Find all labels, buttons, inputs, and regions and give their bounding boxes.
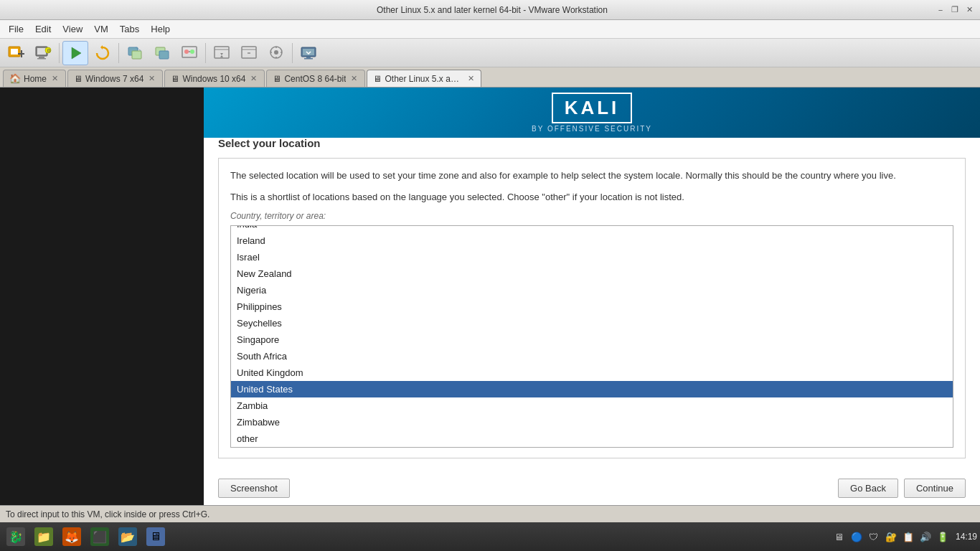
toolbar-shrink-button[interactable] <box>236 41 262 65</box>
toolbar-settings-button[interactable]: ⚙ <box>30 41 56 65</box>
tab-label-home: Home <box>24 74 47 84</box>
menu-item-edit[interactable]: Edit <box>29 22 57 37</box>
svg-rect-1 <box>11 49 18 55</box>
taskbar-app-start[interactable]: 🐉 <box>3 524 29 549</box>
installer-content: Select your location The selected locati… <box>204 138 980 470</box>
menu-item-view[interactable]: View <box>57 22 88 37</box>
tab-home[interactable]: 🏠Home✕ <box>3 70 66 87</box>
svg-marker-10 <box>72 47 81 59</box>
tab-label-win7: Windows 7 x64 <box>85 74 143 84</box>
country-list[interactable]: IndiaIrelandIsraelNew ZealandNigeriaPhil… <box>231 226 953 447</box>
country-item-philippines[interactable]: Philippines <box>231 298 953 315</box>
tab-win7[interactable]: 🖥Windows 7 x64✕ <box>67 70 163 87</box>
toolbar-fullscreen-button[interactable] <box>209 41 235 65</box>
taskbar-right: 🖥🔵🛡🔐📋🔊🔋14:19 <box>832 529 977 544</box>
country-item-united-states[interactable]: United States <box>231 381 953 397</box>
vm-tab-icon: 🖥 <box>74 74 83 84</box>
country-item-new-zealand[interactable]: New Zealand <box>231 265 953 282</box>
svg-rect-25 <box>242 47 256 58</box>
go-back-button[interactable]: Go Back <box>838 479 898 498</box>
country-item-ireland[interactable]: Ireland <box>231 232 953 249</box>
tab-kali[interactable]: 🖥Other Linux 5.x and later kerne...✕ <box>367 70 481 87</box>
tab-label-centos: CentOS 8 64-bit <box>284 74 346 84</box>
tab-close-win7[interactable]: ✕ <box>146 74 156 84</box>
taskbar-app-terminal[interactable]: ⬛ <box>87 524 113 549</box>
vmware-icon: 🖥 <box>146 527 165 546</box>
country-item-other[interactable]: other <box>231 430 953 447</box>
country-item-united-kingdom[interactable]: United Kingdom <box>231 364 953 381</box>
country-item-israel[interactable]: Israel <box>231 249 953 265</box>
svg-text:⚙: ⚙ <box>47 48 51 53</box>
systray-icon-1[interactable]: 🔵 <box>849 529 864 544</box>
tab-centos[interactable]: 🖥CentOS 8 64-bit✕ <box>266 70 365 87</box>
kali-logo-text: KALI <box>552 93 633 123</box>
vm-tab-icon: 🖥 <box>171 74 179 84</box>
country-item-nigeria[interactable]: Nigeria <box>231 282 953 298</box>
toolbar-snap3-button[interactable] <box>176 41 202 65</box>
toolbar-power-on-button[interactable] <box>62 41 88 65</box>
country-item-india[interactable]: India <box>231 226 953 232</box>
toolbar-separator-4 <box>292 43 293 63</box>
toolbar-separator-2 <box>118 43 119 63</box>
systray-icon-5[interactable]: 🔊 <box>918 529 933 544</box>
minimize-button[interactable]: − <box>936 5 946 15</box>
menu-item-tabs[interactable]: Tabs <box>114 22 145 37</box>
installer-box: The selected location will be used to se… <box>218 158 966 458</box>
vm-tab-icon: 🖥 <box>273 74 281 84</box>
installer-desc2: This is a shortlist of locations based o… <box>230 190 953 204</box>
systray-icon-3[interactable]: 🔐 <box>884 529 898 544</box>
systray-icon-4[interactable]: 📋 <box>901 529 915 544</box>
tab-win10[interactable]: 🖥Windows 10 x64✕ <box>164 70 265 87</box>
toolbar-restart-button[interactable] <box>90 41 116 65</box>
svg-point-19 <box>190 50 194 54</box>
close-button[interactable]: ✕ <box>964 5 974 15</box>
toolbar-new-vm-button[interactable] <box>3 41 29 65</box>
tab-close-centos[interactable]: ✕ <box>349 74 359 84</box>
systray-icon-2[interactable]: 🛡 <box>867 529 881 544</box>
tab-close-home[interactable]: ✕ <box>50 74 60 84</box>
main-area: KALI BY OFFENSIVE SECURITY Select your l… <box>0 88 980 505</box>
menu-item-file[interactable]: File <box>3 22 29 37</box>
taskbar-app-filemanager[interactable]: 📂 <box>115 524 141 549</box>
country-item-zimbabwe[interactable]: Zimbabwe <box>231 414 953 430</box>
toolbar-separator-3 <box>205 43 206 63</box>
systray-icon-0[interactable]: 🖥 <box>832 529 847 544</box>
svg-rect-5 <box>37 48 46 55</box>
toolbar-vm-icon-button[interactable] <box>296 41 321 65</box>
country-label: Country, territory or area: <box>230 211 953 221</box>
restore-button[interactable]: ❐ <box>950 5 960 15</box>
installer-title: Select your location <box>218 138 966 149</box>
country-item-seychelles[interactable]: Seychelles <box>231 315 953 331</box>
taskbar-app-firefox[interactable]: 🦊 <box>59 524 85 549</box>
toolbar-snap2-button[interactable] <box>149 41 175 65</box>
window-title: Other Linux 5.x and later kernel 64-bit … <box>49 5 936 15</box>
continue-button[interactable]: Continue <box>904 479 966 498</box>
screenshot-button[interactable]: Screenshot <box>218 479 290 498</box>
country-item-zambia[interactable]: Zambia <box>231 397 953 414</box>
toolbar-snap-button[interactable] <box>122 41 148 65</box>
menu-item-help[interactable]: Help <box>145 22 176 37</box>
installer-buttons: Screenshot Go Back Continue <box>204 470 980 505</box>
svg-marker-23 <box>220 53 223 55</box>
tab-close-win10[interactable]: ✕ <box>248 74 258 84</box>
svg-marker-11 <box>100 45 103 50</box>
status-bar: To direct input to this VM, click inside… <box>0 505 980 522</box>
kali-subtitle-text: BY OFFENSIVE SECURITY <box>532 125 652 133</box>
taskbar-left: 🐉📁🦊⬛📂🖥 <box>3 524 831 549</box>
terminal-icon: ⬛ <box>90 527 109 546</box>
toolbar-unity-button[interactable] <box>263 41 289 65</box>
clock: 14:19 <box>956 532 977 542</box>
taskbar-app-vmware[interactable]: 🖥 <box>143 524 169 549</box>
country-item-singapore[interactable]: Singapore <box>231 331 953 348</box>
files-icon: 📁 <box>34 527 53 546</box>
right-buttons: Go Back Continue <box>838 479 966 498</box>
tab-label-kali: Other Linux 5.x and later kerne... <box>385 74 463 84</box>
country-item-south-africa[interactable]: South Africa <box>231 348 953 364</box>
menu-bar: FileEditViewVMTabsHelp <box>0 20 980 39</box>
title-bar: Other Linux 5.x and later kernel 64-bit … <box>0 0 980 20</box>
systray-icon-6[interactable]: 🔋 <box>936 529 950 544</box>
taskbar-app-files[interactable]: 📁 <box>31 524 57 549</box>
menu-item-vm[interactable]: VM <box>88 22 114 37</box>
tab-close-kali[interactable]: ✕ <box>466 74 475 84</box>
tabs-bar: 🏠Home✕🖥Windows 7 x64✕🖥Windows 10 x64✕🖥Ce… <box>0 67 980 88</box>
